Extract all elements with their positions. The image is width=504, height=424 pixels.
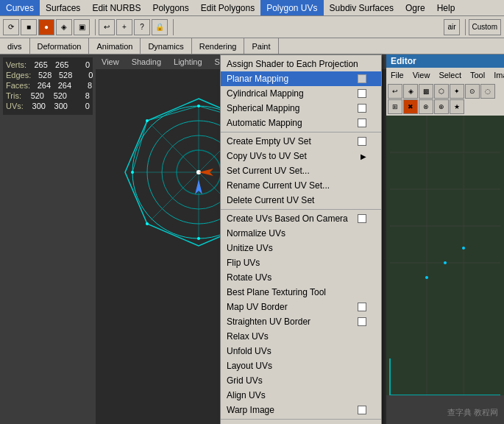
dropdown-copy-uvs[interactable]: Copy UVs to UV Set ▶ xyxy=(221,149,381,163)
dropdown-grid-uvs[interactable]: Grid UVs xyxy=(221,373,381,388)
toolbar-btn-air[interactable]: air xyxy=(444,19,459,35)
tab-deformation[interactable]: Deformation xyxy=(30,38,90,54)
dropdown-flip-uvs[interactable]: Flip UVs xyxy=(221,255,381,270)
svg-point-32 xyxy=(444,261,447,264)
uv-grid xyxy=(386,116,504,395)
menu-curves[interactable]: Curves xyxy=(0,0,40,15)
uv-menu-view[interactable]: View xyxy=(408,69,435,81)
uv-menu-select[interactable]: Select xyxy=(434,69,466,81)
dropdown-map-uv-border[interactable]: Map UV Border xyxy=(221,300,381,314)
toolbar-btn-1[interactable]: ⟳ xyxy=(3,19,19,35)
svg-point-20 xyxy=(146,119,149,122)
menu-edit-nurbs[interactable]: Edit NURBS xyxy=(86,0,146,15)
uv-tool-3[interactable]: ▩ xyxy=(419,84,433,99)
uv-menu-image[interactable]: Image xyxy=(489,69,504,81)
toolbar-btn-6[interactable]: ↩ xyxy=(99,19,115,35)
uv-tool-5[interactable]: ✦ xyxy=(450,84,464,99)
uv-tool-1[interactable]: ↩ xyxy=(388,84,402,99)
uvs-row: UVs: 300 300 0 xyxy=(6,102,90,110)
relax-uvs-label: Relax UVs xyxy=(227,331,269,342)
dropdown-create-uvs-camera[interactable]: Create UVs Based On Camera xyxy=(221,211,381,226)
uv-tool-4[interactable]: ⬡ xyxy=(434,84,449,99)
dropdown-planar-mapping[interactable]: Planar Mapping xyxy=(221,71,381,86)
tab-bar: divs Deformation Animation Dynamics Rend… xyxy=(0,38,504,54)
faces-v1: 264 xyxy=(30,81,51,90)
edges-v3: 0 xyxy=(72,71,93,80)
dropdown-section-2: Create Empty UV Set Copy UVs to UV Set ▶… xyxy=(221,132,381,210)
best-plane-label: Best Plane Texturing Tool xyxy=(227,287,326,297)
tab-divs[interactable]: divs xyxy=(0,38,30,54)
flip-uvs-label: Flip UVs xyxy=(227,258,260,268)
stats-panel: Verts: 265 265 0 Edges: 528 528 0 Faces:… xyxy=(3,57,93,115)
dropdown-align-uvs[interactable]: Align UVs xyxy=(221,388,381,403)
uv-tool-12[interactable]: ★ xyxy=(450,99,464,114)
uv-menu-tool[interactable]: Tool xyxy=(466,69,489,81)
dropdown-automatic-mapping[interactable]: Automatic Mapping xyxy=(221,116,381,130)
tab-paint[interactable]: Paint xyxy=(244,38,278,54)
dropdown-set-current[interactable]: Set Current UV Set... xyxy=(221,163,381,178)
spherical-mapping-label: Spherical Mapping xyxy=(227,103,299,113)
dropdown-unitize-uvs[interactable]: Unitize UVs xyxy=(221,241,381,255)
tab-rendering[interactable]: Rendering xyxy=(192,38,245,54)
menu-surfaces[interactable]: Surfaces xyxy=(40,0,86,15)
tab-dynamics[interactable]: Dynamics xyxy=(141,38,191,54)
uvs-label: UVs: xyxy=(6,102,24,110)
uv-tool-9[interactable]: ✖ xyxy=(403,99,418,114)
toolbar-sep-1 xyxy=(93,19,96,35)
uv-tool-6[interactable]: ⊙ xyxy=(465,84,480,99)
dropdown-rotate-uvs[interactable]: Rotate UVs xyxy=(221,270,381,285)
faces-row: Faces: 264 264 8 xyxy=(6,81,90,90)
toolbar-btn-2[interactable]: ■ xyxy=(21,19,37,35)
uvs-v3: 0 xyxy=(69,102,90,110)
toolbar-btn-8[interactable]: ? xyxy=(134,19,150,35)
watermark: 查字典 教程网 xyxy=(447,407,498,418)
svg-line-12 xyxy=(132,121,147,172)
viewport-menu-lighting[interactable]: Lighting xyxy=(168,56,208,68)
set-current-label: Set Current UV Set... xyxy=(227,166,310,176)
dropdown-relax-uvs[interactable]: Relax UVs xyxy=(221,329,381,344)
uv-tool-8[interactable]: ⊞ xyxy=(388,99,402,114)
tab-animation[interactable]: Animation xyxy=(89,38,141,54)
dropdown-cut-uvs[interactable]: Cut UVs xyxy=(221,421,381,424)
warp-image-option-box xyxy=(358,406,366,414)
toolbar-btn-5[interactable]: ▣ xyxy=(74,19,90,35)
dropdown-spherical-mapping[interactable]: Spherical Mapping xyxy=(221,101,381,116)
uvs-v1: 300 xyxy=(25,102,46,110)
menu-edit-polygons[interactable]: Edit Polygons xyxy=(195,0,260,15)
cylindrical-option-box xyxy=(358,89,366,98)
dropdown-best-plane[interactable]: Best Plane Texturing Tool xyxy=(221,285,381,300)
toolbar-btn-4[interactable]: ◈ xyxy=(56,19,72,35)
rotate-uvs-label: Rotate UVs xyxy=(227,272,271,283)
dropdown-cylindrical-mapping[interactable]: Cylindrical Mapping xyxy=(221,86,381,101)
toolbar-btn-7[interactable]: + xyxy=(116,19,132,35)
uv-tool-7[interactable]: ◌ xyxy=(480,84,495,99)
menu-polygons[interactable]: Polygons xyxy=(146,0,194,15)
menu-subdiv-surfaces[interactable]: Subdiv Surfaces xyxy=(324,0,400,15)
menu-polygon-uvs[interactable]: Polygon UVs xyxy=(260,0,323,15)
dropdown-normalize-uvs[interactable]: Normalize UVs xyxy=(221,226,381,241)
polygon-uvs-dropdown: Assign Shader to Each Projection Planar … xyxy=(220,54,382,424)
menu-help[interactable]: Help xyxy=(431,0,461,15)
dropdown-delete-current[interactable]: Delete Current UV Set xyxy=(221,193,381,208)
dropdown-layout-uvs[interactable]: Layout UVs xyxy=(221,358,381,373)
dropdown-warp-image[interactable]: Warp Image xyxy=(221,403,381,417)
dropdown-straighten-uv[interactable]: Straighten UV Border xyxy=(221,314,381,329)
dropdown-rename-current[interactable]: Rename Current UV Set... xyxy=(221,178,381,193)
viewport-menu-view[interactable]: View xyxy=(96,56,125,68)
dropdown-assign-shader[interactable]: Assign Shader to Each Projection xyxy=(221,57,381,71)
viewport-menu-shading[interactable]: Shading xyxy=(126,56,167,68)
uv-tool-2[interactable]: ◈ xyxy=(403,84,418,99)
menu-ogre[interactable]: Ogre xyxy=(400,0,431,15)
create-empty-option-box xyxy=(358,137,366,146)
uv-tool-11[interactable]: ⊕ xyxy=(434,99,449,114)
uv-canvas[interactable] xyxy=(386,116,504,395)
uv-tool-10[interactable]: ⊗ xyxy=(419,99,433,114)
dropdown-create-empty[interactable]: Create Empty UV Set xyxy=(221,134,381,149)
main-toolbar: ⟳ ■ ● ◈ ▣ ↩ + ? 🔒 air Custom xyxy=(0,16,504,38)
toolbar-btn-9[interactable]: 🔒 xyxy=(152,19,168,35)
dropdown-unfold-uvs[interactable]: Unfold UVs xyxy=(221,344,381,358)
create-empty-label: Create Empty UV Set xyxy=(227,136,311,146)
toolbar-btn-3[interactable]: ● xyxy=(38,19,54,35)
uv-menu-file[interactable]: File xyxy=(386,69,408,81)
toolbar-btn-custom[interactable]: Custom xyxy=(469,19,501,35)
